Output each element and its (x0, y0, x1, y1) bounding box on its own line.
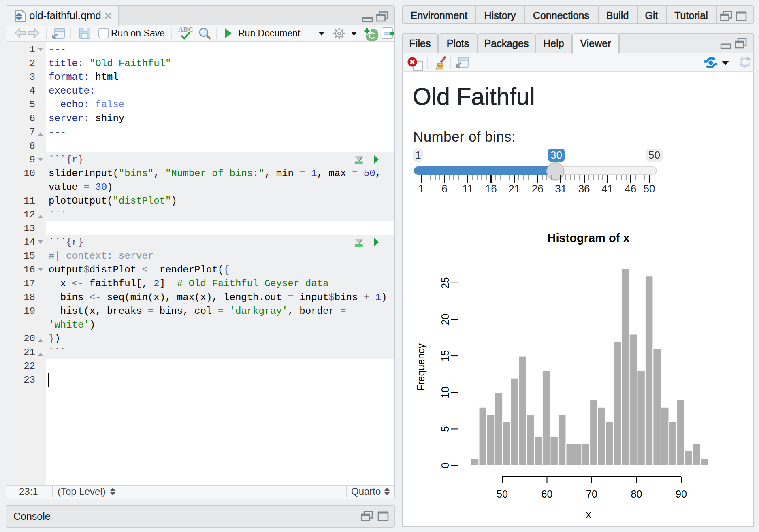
svg-text:25: 25 (439, 277, 451, 289)
svg-text:15: 15 (439, 350, 451, 362)
svg-text:x: x (586, 509, 591, 520)
svg-text:70: 70 (586, 488, 597, 500)
svg-text:60: 60 (542, 488, 553, 500)
svg-text:10: 10 (439, 387, 451, 398)
svg-text:90: 90 (676, 488, 687, 500)
svg-text:Histogram of x: Histogram of x (547, 232, 629, 245)
svg-text:20: 20 (439, 314, 451, 326)
svg-text:0: 0 (439, 462, 451, 468)
svg-text:50: 50 (497, 488, 508, 500)
svg-text:Frequency: Frequency (415, 343, 426, 391)
svg-text:5: 5 (439, 426, 451, 432)
svg-text:80: 80 (631, 488, 642, 500)
